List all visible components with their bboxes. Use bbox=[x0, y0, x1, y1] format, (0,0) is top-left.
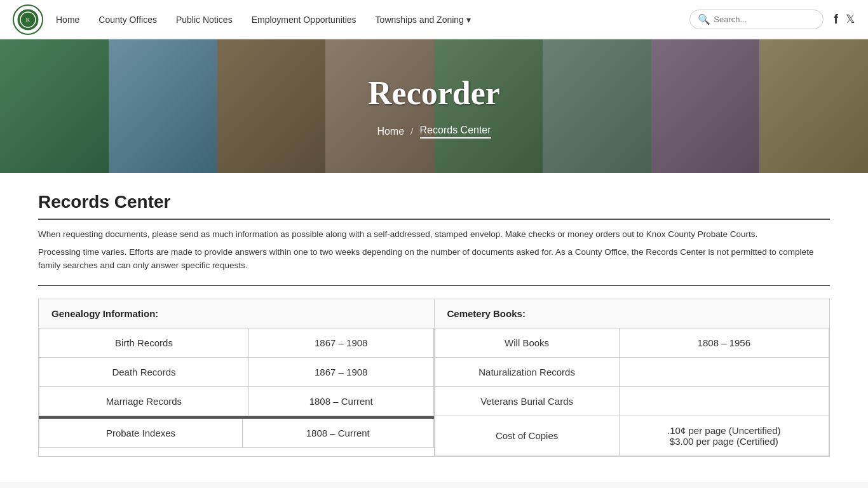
probate-indexes-dates: 1808 – Current bbox=[243, 418, 433, 448]
naturalization-value bbox=[619, 357, 829, 386]
table-row: Birth Records 1867 – 1908 bbox=[39, 328, 434, 357]
main-content: Records Center When requesting documents… bbox=[0, 173, 868, 482]
records-grid: Genealogy Information: Birth Records 186… bbox=[38, 299, 830, 457]
marriage-records-dates: 1808 – Current bbox=[248, 386, 433, 416]
death-records-label: Death Records bbox=[39, 357, 249, 386]
breadcrumb-current: Records Center bbox=[420, 125, 491, 139]
will-books-label: Will Books bbox=[435, 328, 619, 357]
cemetery-table: Will Books 1808 – 1956 Naturalization Re… bbox=[435, 328, 830, 456]
search-input[interactable] bbox=[714, 15, 815, 24]
probate-table: Probate Indexes 1808 – Current bbox=[39, 417, 434, 448]
hero-content: Recorder Home / Records Center bbox=[368, 74, 500, 139]
description-2: Processing time varies. Efforts are made… bbox=[38, 245, 830, 273]
cemetery-column: Cemetery Books: Will Books 1808 – 1956 N… bbox=[435, 299, 830, 456]
table-row: Naturalization Records bbox=[435, 357, 829, 386]
site-logo[interactable]: K bbox=[13, 4, 43, 35]
hero-panel-3 bbox=[217, 39, 326, 173]
birth-records-dates: 1867 – 1908 bbox=[248, 328, 433, 357]
description-1: When requesting documents, please send a… bbox=[38, 227, 830, 241]
section-divider bbox=[38, 285, 830, 286]
table-row: Will Books 1808 – 1956 bbox=[435, 328, 829, 357]
birth-records-label: Birth Records bbox=[39, 328, 249, 357]
cost-of-copies-value: .10¢ per page (Uncertified) $3.00 per pa… bbox=[619, 416, 829, 456]
navigation: K Home County Offices Public Notices Emp… bbox=[0, 0, 868, 39]
chevron-down-icon: ▾ bbox=[466, 15, 471, 25]
page-title: Records Center bbox=[38, 192, 830, 212]
naturalization-label: Naturalization Records bbox=[435, 357, 619, 386]
nav-public-notices[interactable]: Public Notices bbox=[176, 15, 233, 25]
nav-county-offices[interactable]: County Offices bbox=[98, 15, 157, 25]
hero-panel-7 bbox=[651, 39, 760, 173]
hero-title: Recorder bbox=[368, 74, 500, 112]
nav-right: 🔍 f 𝕏 bbox=[689, 10, 855, 29]
table-row: Death Records 1867 – 1908 bbox=[39, 357, 434, 386]
veterans-burial-label: Veterans Burial Cards bbox=[435, 386, 619, 416]
hero-panel-6 bbox=[543, 39, 651, 173]
genealogy-header: Genealogy Information: bbox=[39, 299, 434, 328]
nav-townships[interactable]: Townships and Zoning ▾ bbox=[376, 15, 471, 25]
breadcrumb-home[interactable]: Home bbox=[377, 126, 404, 137]
table-row: Cost of Copies .10¢ per page (Uncertifie… bbox=[435, 416, 829, 456]
search-box[interactable]: 🔍 bbox=[689, 10, 824, 29]
cost-of-copies-label: Cost of Copies bbox=[435, 416, 619, 456]
hero-panel-2 bbox=[109, 39, 217, 173]
hero-panel-1 bbox=[0, 39, 109, 173]
nav-employment[interactable]: Employment Opportunities bbox=[252, 15, 356, 25]
facebook-icon[interactable]: f bbox=[834, 12, 838, 27]
death-records-dates: 1867 – 1908 bbox=[248, 357, 433, 386]
genealogy-table: Birth Records 1867 – 1908 Death Records … bbox=[39, 328, 434, 416]
hero-panel-8 bbox=[759, 39, 868, 173]
table-row: Marriage Records 1808 – Current bbox=[39, 386, 434, 416]
breadcrumb-separator: / bbox=[410, 126, 413, 137]
will-books-dates: 1808 – 1956 bbox=[619, 328, 829, 357]
veterans-burial-value bbox=[619, 386, 829, 416]
genealogy-column: Genealogy Information: Birth Records 186… bbox=[39, 299, 435, 456]
svg-text:K: K bbox=[25, 17, 31, 24]
nav-home[interactable]: Home bbox=[56, 15, 79, 25]
table-row: Veterans Burial Cards bbox=[435, 386, 829, 416]
page-divider bbox=[38, 219, 830, 220]
probate-indexes-label: Probate Indexes bbox=[39, 418, 243, 448]
hero-banner: Recorder Home / Records Center bbox=[0, 39, 868, 173]
twitter-icon[interactable]: 𝕏 bbox=[846, 12, 855, 27]
cemetery-header: Cemetery Books: bbox=[435, 299, 830, 328]
nav-links: Home County Offices Public Notices Emplo… bbox=[56, 15, 689, 25]
social-icons: f 𝕏 bbox=[834, 12, 855, 27]
table-row: Probate Indexes 1808 – Current bbox=[39, 418, 434, 448]
marriage-records-label: Marriage Records bbox=[39, 386, 249, 416]
breadcrumb: Home / Records Center bbox=[368, 125, 500, 139]
search-icon: 🔍 bbox=[698, 13, 710, 25]
